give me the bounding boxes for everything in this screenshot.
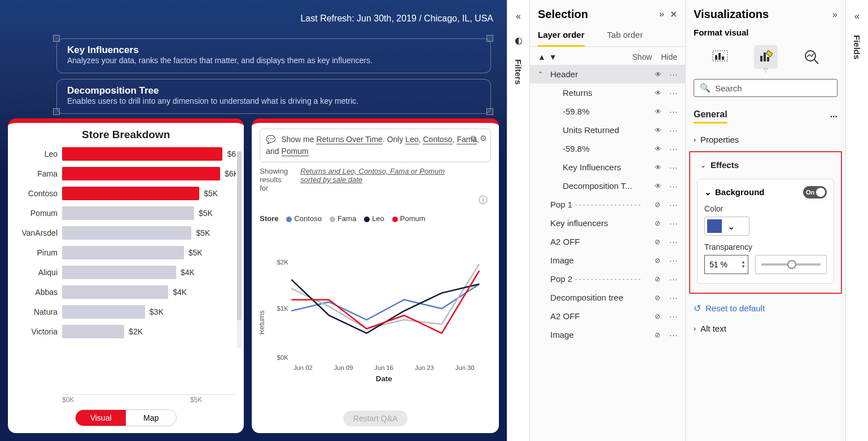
visible-icon[interactable]: 👁 <box>655 145 665 153</box>
collapse-left-icon[interactable]: « <box>516 11 521 21</box>
qna-question-input[interactable]: 💬 Show me Returns Over Time. Only Leo, C… <box>260 129 491 162</box>
hidden-icon[interactable]: ⊘ <box>655 257 665 264</box>
properties-section[interactable]: › Properties <box>686 129 845 150</box>
general-section[interactable]: General <box>694 109 727 124</box>
selection-item[interactable]: ⌃Header👁··· <box>530 65 685 83</box>
selection-item[interactable]: -59.8%👁··· <box>530 102 685 121</box>
collapse-left-icon[interactable]: « <box>854 11 860 21</box>
build-visual-icon[interactable] <box>708 45 732 69</box>
expand-icon[interactable]: » <box>659 9 664 20</box>
tab-layer-order[interactable]: Layer order <box>538 25 585 47</box>
selection-item[interactable]: Decomposition T...👁··· <box>530 177 685 195</box>
selection-item[interactable]: Image⊘··· <box>530 325 685 344</box>
background-toggle[interactable]: On <box>803 186 827 199</box>
bar-fill[interactable] <box>62 285 168 299</box>
more-icon[interactable]: ··· <box>669 274 680 284</box>
transparency-slider[interactable] <box>755 255 827 274</box>
more-icon[interactable]: ··· <box>669 255 680 265</box>
effects-section[interactable]: ⌄ Effects <box>692 155 839 175</box>
selection-item[interactable]: Decomposition tree⊘··· <box>530 288 685 307</box>
visible-icon[interactable]: 👁 <box>655 108 665 116</box>
move-down-icon[interactable]: ▼ <box>549 52 557 61</box>
selection-item[interactable]: -59.8%👁··· <box>530 139 685 158</box>
info-icon[interactable]: ⓘ <box>479 195 488 205</box>
fields-rail[interactable]: « Fields <box>845 0 868 441</box>
reset-to-default-button[interactable]: ↺ Reset to default <box>686 297 845 318</box>
hidden-icon[interactable]: ⊘ <box>655 219 665 227</box>
toggle-visual[interactable]: Visual <box>76 410 126 426</box>
bar-fill[interactable] <box>62 305 145 319</box>
selection-item[interactable]: A2 OFF⊘··· <box>530 307 685 325</box>
selection-handle-icon[interactable] <box>486 35 493 42</box>
visible-icon[interactable]: 👁 <box>655 89 665 97</box>
bar-fill[interactable] <box>62 167 220 180</box>
bar-fill[interactable] <box>62 266 176 279</box>
bar-fill[interactable] <box>62 325 124 338</box>
visual-map-toggle[interactable]: Visual Map <box>75 409 177 426</box>
selection-item[interactable]: Key Influencers👁··· <box>530 158 685 177</box>
selection-handle-icon[interactable] <box>486 108 493 115</box>
move-up-icon[interactable]: ▲ <box>538 52 546 61</box>
selection-handle-icon[interactable] <box>53 108 60 115</box>
expand-icon[interactable]: » <box>832 10 838 20</box>
slider-thumb[interactable] <box>787 260 796 269</box>
selection-item[interactable]: Pop 2 -----------------⊘··· <box>530 270 685 288</box>
visible-icon[interactable]: 👁 <box>655 182 665 190</box>
more-icon[interactable]: ··· <box>669 311 680 321</box>
scrollbar-thumb[interactable] <box>237 151 242 320</box>
transparency-spinner[interactable]: 51 % ▲▼ <box>704 255 748 274</box>
format-visual-icon[interactable] <box>754 45 778 69</box>
selection-item[interactable]: Key influencers⊘··· <box>530 214 685 232</box>
more-icon[interactable]: ··· <box>669 237 680 246</box>
selection-item[interactable]: A2 OFF⊘··· <box>530 232 685 251</box>
convert-visual-icon[interactable]: ⧉ <box>471 133 476 144</box>
bar-fill[interactable] <box>62 187 199 200</box>
more-icon[interactable]: ··· <box>669 107 680 116</box>
hidden-icon[interactable]: ⊘ <box>655 331 665 339</box>
decomposition-tree-card[interactable]: Decomposition Tree Enables users to dril… <box>56 79 491 114</box>
selection-item[interactable]: Image⊘··· <box>530 251 685 270</box>
analytics-icon[interactable] <box>800 45 823 69</box>
show-button[interactable]: Show <box>632 52 652 61</box>
more-icon[interactable]: ··· <box>669 125 680 135</box>
hidden-icon[interactable]: ⊘ <box>655 238 665 246</box>
hidden-icon[interactable]: ⊘ <box>655 201 665 209</box>
close-icon[interactable]: ✕ <box>670 9 677 20</box>
filters-rail[interactable]: « ◐ Filters <box>507 0 529 441</box>
selection-item[interactable]: Returns👁··· <box>530 83 685 102</box>
more-icon[interactable]: ··· <box>669 162 680 172</box>
bar-fill[interactable] <box>62 246 184 259</box>
qna-visual[interactable]: 💬 Show me Returns Over Time. Only Leo, C… <box>252 118 499 433</box>
more-icon[interactable]: ··· <box>669 200 680 209</box>
key-influencers-card[interactable]: Key Influencers Analyzes your data, rank… <box>56 38 491 73</box>
bar-fill[interactable] <box>62 147 222 161</box>
more-icon[interactable]: ··· <box>669 88 680 98</box>
selection-item[interactable]: Units Returned👁··· <box>530 121 685 139</box>
toggle-map[interactable]: Map <box>126 410 176 426</box>
store-breakdown-visual[interactable]: Store Breakdown Leo$6KFama$6KContoso$5KP… <box>8 118 244 433</box>
bar-fill[interactable] <box>62 206 194 220</box>
restart-qna-button[interactable]: Restart Q&A <box>343 411 408 426</box>
more-icon[interactable]: ··· <box>669 181 680 191</box>
visible-icon[interactable]: 👁 <box>655 126 665 134</box>
visible-icon[interactable]: 👁 <box>655 70 665 78</box>
more-icon[interactable]: ··· <box>669 330 680 339</box>
visible-icon[interactable]: 👁 <box>655 164 665 171</box>
report-canvas[interactable]: Last Refresh: Jun 30th, 2019 / Chicago, … <box>0 0 507 441</box>
more-icon[interactable]: ··· <box>669 218 680 228</box>
color-picker[interactable]: ⌄ <box>704 217 749 236</box>
hidden-icon[interactable]: ⊘ <box>655 275 665 283</box>
hidden-icon[interactable]: ⊘ <box>655 294 665 302</box>
more-icon[interactable]: ··· <box>669 69 680 79</box>
more-icon[interactable]: ··· <box>669 293 680 302</box>
selection-item[interactable]: Pop 1 -----------------⊘··· <box>530 195 685 214</box>
more-icon[interactable]: ··· <box>669 144 680 153</box>
gear-icon[interactable]: ⚙ <box>480 133 487 144</box>
selection-handle-icon[interactable] <box>53 35 60 42</box>
alt-text-section[interactable]: › Alt text <box>686 318 845 339</box>
more-icon[interactable]: ··· <box>830 112 838 122</box>
filters-icon[interactable]: ◐ <box>515 35 523 46</box>
spin-down-icon[interactable]: ▼ <box>741 264 746 269</box>
hide-button[interactable]: Hide <box>661 52 677 61</box>
tab-tab-order[interactable]: Tab order <box>607 25 643 46</box>
